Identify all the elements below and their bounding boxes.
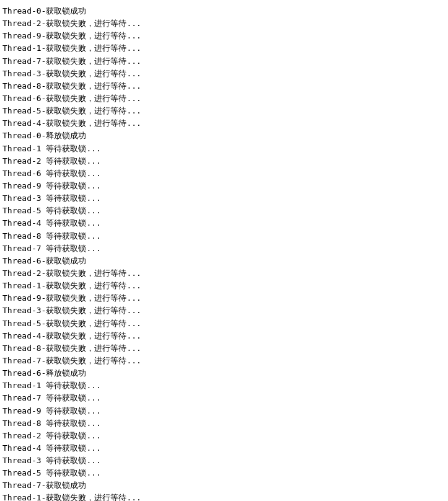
log-line: Thread-9 等待获取锁... (2, 405, 446, 417)
log-line: Thread-8 等待获取锁... (2, 230, 446, 242)
log-output: Thread-0-获取锁成功Thread-2-获取锁失败，进行等待...Thre… (2, 5, 446, 501)
log-line: Thread-3 等待获取锁... (2, 192, 446, 205)
log-line: Thread-7 等待获取锁... (2, 242, 446, 255)
log-line: Thread-7-获取锁失败，进行等待... (2, 355, 446, 367)
log-line: Thread-8-获取锁失败，进行等待... (2, 80, 446, 92)
log-line: Thread-7-获取锁失败，进行等待... (2, 55, 446, 68)
log-line: Thread-4-获取锁失败，进行等待... (2, 330, 446, 342)
log-line: Thread-5 等待获取锁... (2, 467, 446, 479)
log-line: Thread-6-释放锁成功 (2, 367, 446, 379)
log-line: Thread-6-获取锁失败，进行等待... (2, 92, 446, 105)
log-line: Thread-9-获取锁失败，进行等待... (2, 30, 446, 42)
log-line: Thread-3-获取锁失败，进行等待... (2, 68, 446, 80)
log-line: Thread-6 等待获取锁... (2, 167, 446, 180)
log-line: Thread-4 等待获取锁... (2, 217, 446, 229)
log-line: Thread-9-获取锁失败，进行等待... (2, 292, 446, 304)
log-line: Thread-5 等待获取锁... (2, 205, 446, 217)
log-line: Thread-1-获取锁失败，进行等待... (2, 492, 446, 501)
log-line: Thread-0-释放锁成功 (2, 130, 446, 142)
log-line: Thread-3-获取锁失败，进行等待... (2, 304, 446, 317)
log-line: Thread-1 等待获取锁... (2, 143, 446, 155)
log-line: Thread-7-获取锁成功 (2, 479, 446, 492)
log-line: Thread-6-获取锁成功 (2, 255, 446, 267)
log-line: Thread-9 等待获取锁... (2, 180, 446, 192)
log-line: Thread-4-获取锁失败，进行等待... (2, 117, 446, 130)
log-line: Thread-7 等待获取锁... (2, 392, 446, 404)
log-line: Thread-1 等待获取锁... (2, 379, 446, 392)
log-line: Thread-5-获取锁失败，进行等待... (2, 105, 446, 117)
log-line: Thread-0-获取锁成功 (2, 5, 446, 17)
log-line: Thread-4 等待获取锁... (2, 442, 446, 454)
log-line: Thread-2 等待获取锁... (2, 155, 446, 167)
log-line: Thread-5-获取锁失败，进行等待... (2, 317, 446, 330)
log-line: Thread-8 等待获取锁... (2, 417, 446, 430)
log-line: Thread-8-获取锁失败，进行等待... (2, 342, 446, 355)
log-line: Thread-1-获取锁失败，进行等待... (2, 280, 446, 292)
log-line: Thread-3 等待获取锁... (2, 454, 446, 467)
log-line: Thread-1-获取锁失败，进行等待... (2, 42, 446, 55)
log-line: Thread-2 等待获取锁... (2, 430, 446, 442)
log-line: Thread-2-获取锁失败，进行等待... (2, 17, 446, 30)
log-line: Thread-2-获取锁失败，进行等待... (2, 267, 446, 280)
